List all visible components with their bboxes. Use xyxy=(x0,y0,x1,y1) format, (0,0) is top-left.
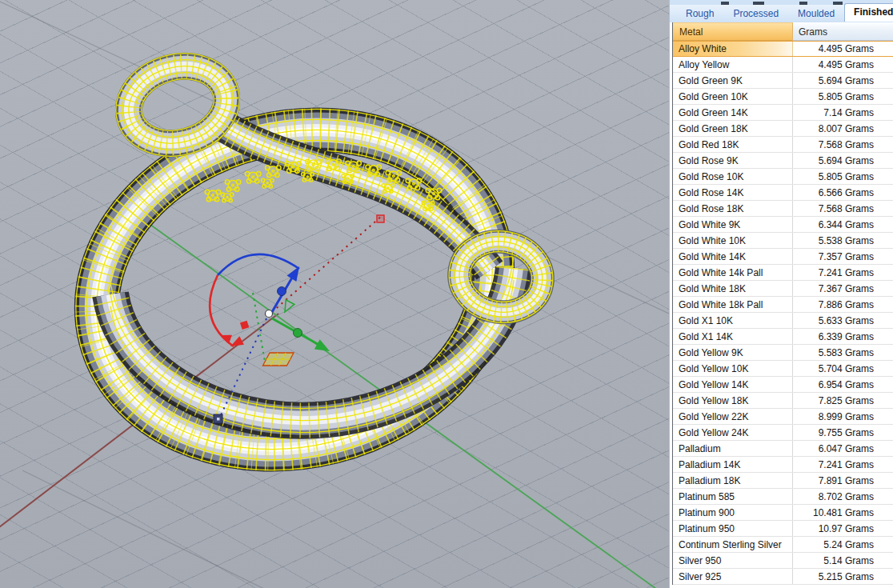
table-row[interactable]: Gold Green 14K7.14 Grams xyxy=(673,105,893,121)
metal-cell: Silver 925 xyxy=(673,569,793,584)
table-row[interactable]: Gold White 14K7.357 Grams xyxy=(673,249,893,265)
gumball-x-arrow[interactable] xyxy=(219,321,249,351)
grams-cell: 7.241 Grams xyxy=(793,265,893,280)
grams-cell: 5.633 Grams xyxy=(793,313,893,328)
gumball-z-arrow[interactable] xyxy=(270,263,304,316)
table-row[interactable]: Silver 9255.215 Grams xyxy=(673,569,893,585)
table-row[interactable]: Palladium 14K7.241 Grams xyxy=(673,457,893,473)
table-row[interactable]: Alloy White4.495 Grams xyxy=(673,41,893,57)
metal-cell: Palladium xyxy=(673,441,793,456)
ring-model[interactable] xyxy=(37,40,559,515)
grams-cell: 8.702 Grams xyxy=(793,489,893,504)
metal-cell: Gold White 10K xyxy=(673,233,793,248)
gumball-x-handle[interactable] xyxy=(240,321,249,330)
metal-cell: Gold Rose 9K xyxy=(673,153,793,168)
metal-cell: Gold White 14K xyxy=(673,249,793,264)
point-marker-icon xyxy=(377,215,384,222)
table-row[interactable]: Gold Rose 9K5.694 Grams xyxy=(673,153,893,169)
gumball-y-arrow[interactable] xyxy=(272,300,332,356)
metal-cell: Gold Red 18K xyxy=(673,137,793,152)
grams-cell: 7.14 Grams xyxy=(793,105,893,120)
metal-cell: Platinum 585 xyxy=(673,489,793,504)
grams-cell: 6.954 Grams xyxy=(793,377,893,392)
grams-cell: 7.367 Grams xyxy=(793,281,893,296)
grams-cell: 5.14 Grams xyxy=(793,553,893,568)
table-row[interactable]: Alloy Yellow4.495 Grams xyxy=(673,57,893,73)
grams-cell: 7.357 Grams xyxy=(793,249,893,264)
grams-cell: 5.694 Grams xyxy=(793,153,893,168)
gumball-x-guide xyxy=(272,216,382,312)
grams-cell: 7.891 Grams xyxy=(793,473,893,488)
tab-finished[interactable]: Finished xyxy=(844,3,893,22)
table-row[interactable]: Gold Rose 18K7.568 Grams xyxy=(673,201,893,217)
viewport-3d[interactable] xyxy=(0,0,669,588)
gumball-z-handle[interactable] xyxy=(278,287,286,296)
table-row[interactable]: Gold X1 10K5.633 Grams xyxy=(673,313,893,329)
grams-cell: 5.805 Grams xyxy=(793,169,893,184)
weights-panel: RoughProcessedMouldedFinished Metal Gram… xyxy=(669,0,893,588)
grams-cell: 7.825 Grams xyxy=(793,393,893,408)
table-row[interactable]: Palladium6.047 Grams xyxy=(673,441,893,457)
table-row[interactable]: Gold Yellow 22K8.999 Grams xyxy=(673,409,893,425)
table-row[interactable]: Continum Sterling Silver5.24 Grams xyxy=(673,537,893,553)
tab-moulded[interactable]: Moulded xyxy=(788,6,844,22)
table-row[interactable]: Gold Rose 14K6.566 Grams xyxy=(673,185,893,201)
grams-cell: 6.339 Grams xyxy=(793,329,893,344)
grams-cell: 5.704 Grams xyxy=(793,361,893,376)
gumball-origin-handle[interactable] xyxy=(266,310,273,318)
table-row[interactable]: Platinum 95010.97 Grams xyxy=(673,521,893,537)
metal-cell: Gold Yellow 18K xyxy=(673,393,793,408)
table-row[interactable]: Gold White 18K7.367 Grams xyxy=(673,281,893,297)
table-row[interactable]: Gold White 14k Pall7.241 Grams xyxy=(673,265,893,281)
gumball-scale-grid[interactable] xyxy=(262,353,294,366)
table-row[interactable]: Gold Yellow 18K7.825 Grams xyxy=(673,393,893,409)
table-row[interactable]: Gold Green 10K5.805 Grams xyxy=(673,89,893,105)
grams-cell: 7.241 Grams xyxy=(793,457,893,472)
gumball-y-handle[interactable] xyxy=(294,329,302,338)
grams-column-header[interactable]: Grams xyxy=(793,22,893,41)
table-row[interactable]: Palladium 18K7.891 Grams xyxy=(673,473,893,489)
tab-rough[interactable]: Rough xyxy=(676,6,723,22)
grams-cell: 5.805 Grams xyxy=(793,89,893,104)
table-row[interactable]: Platinum 90010.481 Grams xyxy=(673,505,893,521)
metal-table-body: Alloy White4.495 GramsAlloy Yellow4.495 … xyxy=(673,41,893,585)
metal-column-header[interactable]: Metal xyxy=(673,22,793,41)
table-row[interactable]: Gold Green 18K8.007 Grams xyxy=(673,121,893,137)
table-row[interactable]: Gold Yellow 10K5.704 Grams xyxy=(673,361,893,377)
tab-processed[interactable]: Processed xyxy=(723,6,788,22)
table-row[interactable]: Gold White 9K6.344 Grams xyxy=(673,217,893,233)
table-row[interactable]: Gold Yellow 14K6.954 Grams xyxy=(673,377,893,393)
metal-cell: Gold Yellow 14K xyxy=(673,377,793,392)
table-row[interactable]: Gold X1 14K6.339 Grams xyxy=(673,329,893,345)
metal-cell: Gold White 18K xyxy=(673,281,793,296)
metal-cell: Gold Rose 10K xyxy=(673,169,793,184)
gumball-menu-icon[interactable] xyxy=(214,414,222,423)
metal-cell: Platinum 900 xyxy=(673,505,793,520)
table-row[interactable]: Gold Yellow 9K5.583 Grams xyxy=(673,345,893,361)
grams-cell: 7.568 Grams xyxy=(793,201,893,216)
tab-bar: RoughProcessedMouldedFinished xyxy=(670,5,893,22)
metal-cell: Gold White 18k Pall xyxy=(673,297,793,312)
table-row[interactable]: Silver 9505.14 Grams xyxy=(673,553,893,569)
table-row[interactable]: Gold Yellow 24K9.755 Grams xyxy=(673,425,893,441)
table-row[interactable]: Platinum 5858.702 Grams xyxy=(673,489,893,505)
grams-cell: 10.97 Grams xyxy=(793,521,893,536)
grams-cell: 8.007 Grams xyxy=(793,121,893,136)
metal-cell: Gold X1 10K xyxy=(673,313,793,328)
metal-cell: Gold White 9K xyxy=(673,217,793,232)
grams-cell: 5.538 Grams xyxy=(793,233,893,248)
table-row[interactable]: Gold Red 18K7.568 Grams xyxy=(673,137,893,153)
gumball[interactable] xyxy=(210,215,384,423)
metal-weight-table: Metal Grams Alloy White4.495 GramsAlloy … xyxy=(672,22,893,585)
gumball-rotate-z-arc[interactable] xyxy=(218,254,299,275)
table-row[interactable]: Gold Rose 10K5.805 Grams xyxy=(673,169,893,185)
metal-cell: Continum Sterling Silver xyxy=(673,537,793,552)
grams-cell: 5.215 Grams xyxy=(793,569,893,584)
table-row[interactable]: Gold Green 9K5.694 Grams xyxy=(673,73,893,89)
grams-cell: 8.999 Grams xyxy=(793,409,893,424)
metal-cell: Gold Green 18K xyxy=(673,121,793,136)
grams-cell: 5.694 Grams xyxy=(793,73,893,88)
table-row[interactable]: Gold White 18k Pall7.886 Grams xyxy=(673,297,893,313)
metal-cell: Alloy White xyxy=(673,42,793,56)
table-row[interactable]: Gold White 10K5.538 Grams xyxy=(673,233,893,249)
